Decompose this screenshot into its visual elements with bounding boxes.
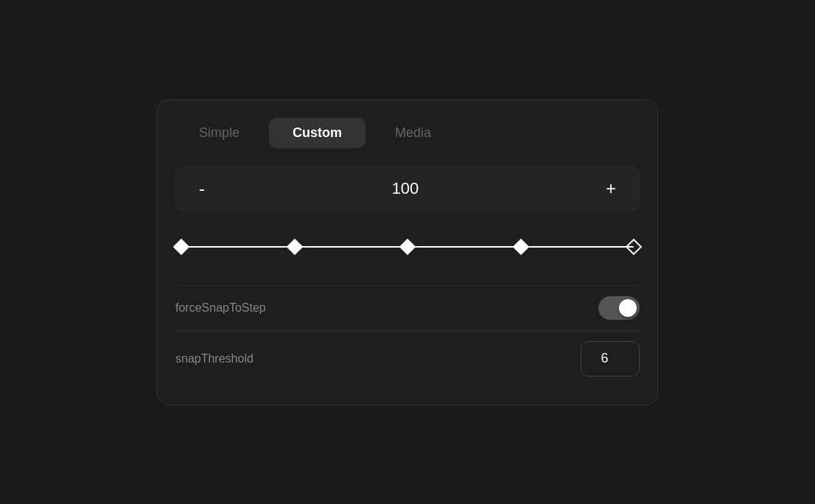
tab-bar: Simple Custom Media <box>175 118 640 148</box>
settings-panel: Simple Custom Media - 100 + forceSnapToS… <box>157 99 658 405</box>
property-snapThreshold: snapThreshold <box>175 330 640 387</box>
slider-marker-m3[interactable] <box>399 238 416 255</box>
slider-marker-m1[interactable] <box>173 238 190 255</box>
stepper-row: - 100 + <box>175 166 640 211</box>
slider-marker-m2[interactable] <box>286 238 303 255</box>
slider-marker-m5[interactable] <box>626 238 643 255</box>
properties-list: forceSnapToStep snapThreshold <box>175 285 640 387</box>
property-forceSnapToStep: forceSnapToStep <box>175 285 640 330</box>
tab-simple[interactable]: Simple <box>175 118 263 148</box>
slider-marker-m4[interactable] <box>512 238 529 255</box>
slider-container[interactable] <box>181 232 634 262</box>
slider-markers <box>181 232 634 262</box>
force-snap-toggle[interactable] <box>598 296 640 320</box>
tab-custom[interactable]: Custom <box>269 118 365 148</box>
stepper-value: 100 <box>392 179 419 198</box>
snap-threshold-label: snapThreshold <box>175 352 253 365</box>
force-snap-label: forceSnapToStep <box>175 301 266 315</box>
decrement-button[interactable]: - <box>193 180 211 197</box>
tab-media[interactable]: Media <box>371 118 455 148</box>
increment-button[interactable]: + <box>600 180 622 197</box>
toggle-thumb <box>619 299 637 317</box>
snap-threshold-input[interactable] <box>581 341 640 377</box>
